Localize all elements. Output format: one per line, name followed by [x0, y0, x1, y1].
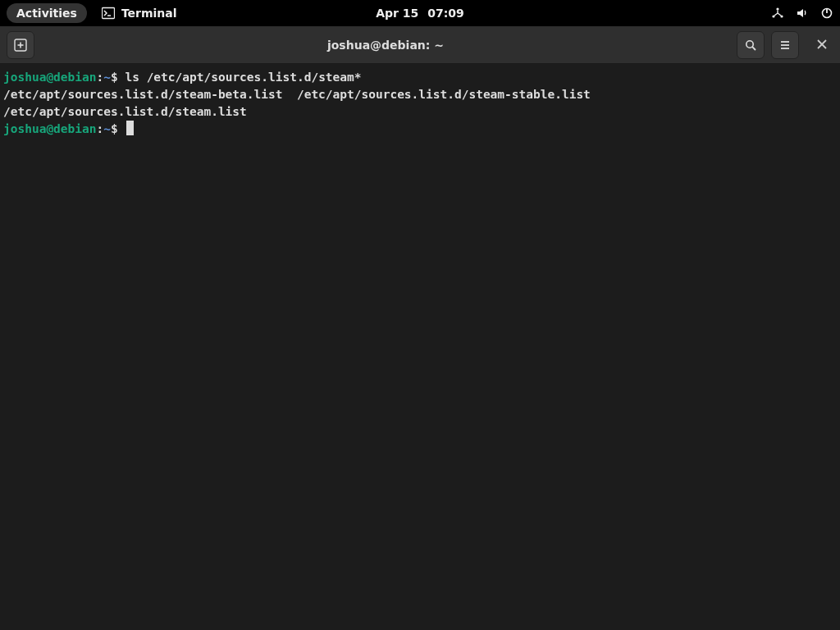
svg-line-11 [752, 47, 756, 50]
current-app-indicator[interactable]: Terminal [102, 7, 177, 20]
terminal-app-icon [102, 7, 115, 20]
power-icon[interactable] [820, 7, 833, 20]
gnome-topbar: Activities Terminal Apr 15 07:09 [0, 0, 840, 26]
clock[interactable]: Apr 15 07:09 [376, 7, 464, 20]
svg-point-10 [746, 40, 753, 47]
close-icon [817, 37, 827, 52]
cursor [126, 121, 134, 135]
search-button[interactable] [737, 31, 765, 59]
terminal-line: joshua@debian:~$ [3, 121, 837, 138]
terminal-headerbar: joshua@debian: ~ [0, 26, 840, 64]
close-button[interactable] [810, 34, 833, 57]
system-tray [771, 7, 833, 20]
new-tab-button[interactable] [7, 31, 34, 59]
terminal-line: /etc/apt/sources.list.d/steam-beta.list … [3, 86, 837, 103]
svg-point-2 [776, 7, 778, 10]
clock-date: Apr 15 [376, 7, 418, 20]
activities-button[interactable]: Activities [7, 3, 87, 23]
current-app-label: Terminal [121, 7, 177, 20]
volume-icon[interactable] [796, 7, 809, 20]
terminal-line: joshua@debian:~$ ls /etc/apt/sources.lis… [3, 69, 837, 86]
svg-rect-0 [102, 8, 114, 19]
terminal-line: /etc/apt/sources.list.d/steam.list [3, 103, 837, 121]
network-icon[interactable] [771, 7, 784, 20]
terminal-output-area[interactable]: joshua@debian:~$ ls /etc/apt/sources.lis… [0, 64, 840, 630]
clock-time: 07:09 [427, 7, 464, 20]
hamburger-menu-button[interactable] [771, 31, 799, 59]
window-title: joshua@debian: ~ [41, 39, 730, 52]
